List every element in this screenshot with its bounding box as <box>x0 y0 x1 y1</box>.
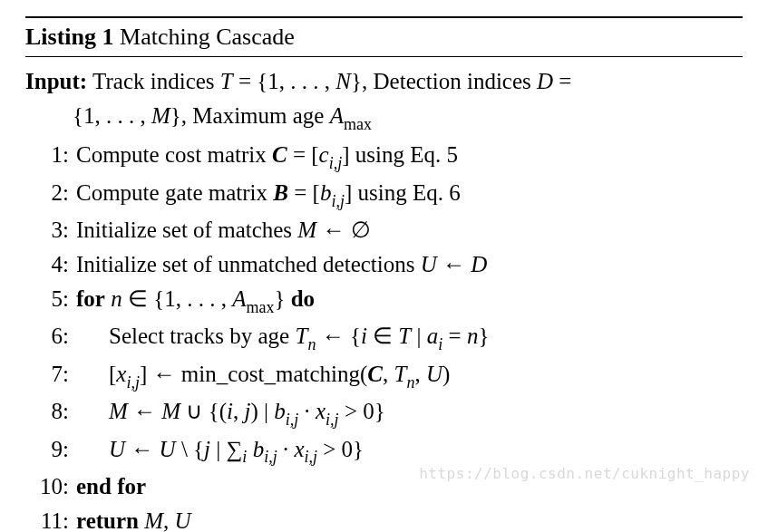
sym-M: M <box>109 399 128 423</box>
sub-ij: i,j <box>264 448 277 466</box>
text: ] using Eq. 5 <box>342 142 458 167</box>
text: ∈ {1, . . . , <box>122 286 233 311</box>
step-num: 1: <box>25 138 76 172</box>
step-body: end for <box>76 469 743 504</box>
step-num: 6: <box>25 319 76 353</box>
sym-T: T <box>398 324 411 348</box>
text: ← <box>128 399 162 423</box>
sub-max: max <box>344 115 372 133</box>
listing-title-row: Listing 1 Matching Cascade <box>25 18 743 56</box>
sym-b: b <box>320 180 332 205</box>
sub-ij: i,j <box>329 154 343 172</box>
sym-M: M <box>161 399 180 423</box>
kw-for: for <box>76 286 105 311</box>
text: > 0} <box>317 437 364 461</box>
text: ∪ {( <box>180 399 227 423</box>
step-body: M ← M ∪ {(i, j) | bi,j · xi,j > 0} <box>76 394 743 431</box>
text: , <box>383 362 394 386</box>
text: ← { <box>316 324 361 348</box>
text: ) <box>442 362 450 386</box>
text: = [ <box>288 180 320 205</box>
sym-A: A <box>330 103 344 128</box>
text: ← <box>437 252 471 276</box>
sub-ij: i,j <box>126 373 140 392</box>
sym-U: U <box>426 362 442 386</box>
step-num: 5: <box>25 282 76 316</box>
sym-T: T <box>295 324 307 348</box>
step-body: for n ∈ {1, . . . , Amax} do <box>76 282 743 319</box>
text: Initialize set of matches <box>76 218 297 242</box>
sym-M: M <box>144 508 163 532</box>
text: > 0} <box>339 399 385 423</box>
input-label: Input: <box>25 64 92 99</box>
text: ] using Eq. 6 <box>345 180 461 205</box>
text: }, Maximum age <box>170 103 330 128</box>
step-num: 9: <box>25 432 76 467</box>
text: = <box>553 69 571 93</box>
sub-ij: i,j <box>305 448 318 466</box>
step-2: 2: Compute gate matrix B = [bi,j] using … <box>25 176 743 213</box>
text: · <box>277 437 295 461</box>
listing-title: Matching Cascade <box>120 24 295 50</box>
sym-U: U <box>160 437 176 461</box>
text: Track indices <box>92 69 220 93</box>
sym-U: U <box>109 437 125 461</box>
sym-T: T <box>220 69 233 93</box>
step-1: 1: Compute cost matrix C = [ci,j] using … <box>25 138 743 175</box>
text: | <box>411 324 427 348</box>
step-6: 6: Select tracks by age Tn ← {i ∈ T | ai… <box>25 319 743 356</box>
text: , <box>163 508 175 532</box>
kw-do: do <box>291 286 315 311</box>
sym-U: U <box>175 508 191 532</box>
text: Initialize set of unmatched detections <box>76 252 421 276</box>
step-num: 2: <box>25 176 76 210</box>
step-body: Initialize set of unmatched detections U… <box>76 247 743 282</box>
sub-i: i <box>438 335 442 353</box>
sym-j: j <box>204 437 210 461</box>
text: Select tracks by age <box>109 324 295 348</box>
sym-x: x <box>294 437 304 461</box>
kw-return: return <box>76 508 139 532</box>
sym-B: B <box>273 180 288 205</box>
step-4: 4: Initialize set of unmatched detection… <box>25 247 743 282</box>
sym-b: b <box>253 437 265 461</box>
algorithm-body: Input: Track indices T = {1, . . . , N},… <box>25 57 743 532</box>
sym-D: D <box>537 69 553 93</box>
step-num: 7: <box>25 357 76 392</box>
text: } <box>478 324 489 348</box>
sym-x: x <box>316 399 326 423</box>
step-7: 7: [xi,j] ← min_cost_matching(C, Tn, U) <box>25 357 743 394</box>
step-body: return M, U <box>76 504 743 532</box>
text: ∈ <box>367 324 399 348</box>
listing-label: Listing 1 <box>25 24 114 50</box>
text: = {1, . . . , <box>233 69 336 93</box>
sym-i: i <box>361 324 367 348</box>
sym-U: U <box>421 252 437 276</box>
step-num: 10: <box>25 469 76 504</box>
sym-n: n <box>111 286 122 311</box>
sym-M: M <box>297 218 316 242</box>
step-body: Compute cost matrix C = [ci,j] using Eq.… <box>76 138 743 175</box>
text: ] ← min_cost_matching( <box>140 362 367 386</box>
sym-i: i <box>227 399 233 423</box>
step-8: 8: M ← M ∪ {(i, j) | bi,j · xi,j > 0} <box>25 394 743 431</box>
step-body: Compute gate matrix B = [bi,j] using Eq.… <box>76 176 743 213</box>
step-body: [xi,j] ← min_cost_matching(C, Tn, U) <box>76 357 743 394</box>
sub-i: i <box>242 448 247 466</box>
text: · <box>298 399 316 423</box>
input-block: Input: Track indices T = {1, . . . , N},… <box>25 64 743 99</box>
sym-n: n <box>467 324 479 348</box>
text: , <box>414 362 426 386</box>
sub-max: max <box>246 298 274 316</box>
text: ← <box>125 437 160 461</box>
sym-C: C <box>367 362 383 386</box>
step-num: 3: <box>25 213 76 247</box>
text: | ∑ <box>210 437 242 461</box>
text: ← ∅ <box>316 218 371 242</box>
sub-ij: i,j <box>326 411 339 429</box>
sym-D: D <box>471 252 487 276</box>
sub-n: n <box>406 373 414 392</box>
text: = <box>442 324 467 348</box>
input-text: Track indices T = {1, . . . , N}, Detect… <box>92 64 743 99</box>
text: {1, . . . , <box>73 103 151 128</box>
